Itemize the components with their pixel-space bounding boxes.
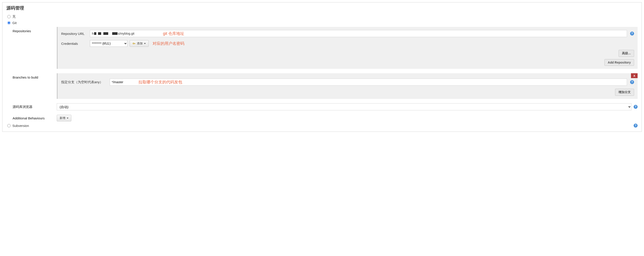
- radio-git[interactable]: [7, 21, 10, 24]
- behaviours-row: Additional Behaviours 新增: [12, 115, 638, 121]
- chevron-down-icon: [144, 43, 146, 44]
- redacted-segment: [98, 32, 101, 35]
- branch-specifier-input[interactable]: [110, 79, 627, 86]
- redacted-segment: [112, 32, 118, 35]
- key-icon: [132, 42, 136, 45]
- repo-browser-row: 源码库浏览器 (自动) ?: [12, 103, 638, 110]
- chevron-down-icon: [67, 118, 68, 119]
- branch-specifier-row: 指定分支（为空时代表any） 拉取哪个分支的代码发包 ?: [61, 79, 634, 86]
- repositories-label: Repositories: [12, 27, 57, 33]
- section-title: 源码管理: [6, 5, 638, 11]
- add-behaviour-button[interactable]: 新增: [57, 115, 71, 121]
- add-cred-label: 添加: [137, 41, 143, 45]
- repo-browser-select[interactable]: (自动): [57, 103, 632, 110]
- redacted-segment: [103, 32, 108, 35]
- branch-buttons-row: 增加分支: [61, 89, 634, 96]
- credentials-row: Credentials ******** (码云) 添加 对应的用户名密码: [61, 40, 634, 47]
- branch-specifier-label: 指定分支（为空时代表any）: [61, 80, 110, 84]
- repo-url-input[interactable]: h s/myblog.git git 仓库地址: [90, 30, 627, 37]
- repo-buttons-row: 高级...: [61, 50, 634, 57]
- delete-branch-button[interactable]: X: [631, 73, 638, 78]
- url-text-prefix: h: [92, 32, 94, 35]
- behaviours-label: Additional Behaviours: [12, 116, 57, 120]
- git-config-content: Repositories ? Repository URL h: [12, 27, 638, 121]
- add-behaviour-label: 新增: [60, 116, 65, 120]
- scm-section: 源码管理 无 Git Repositories ? Repository URL…: [2, 2, 642, 132]
- advanced-button[interactable]: 高级...: [618, 50, 634, 57]
- url-text-suffix: s/myblog.git: [118, 32, 134, 35]
- help-icon[interactable]: ?: [630, 80, 634, 84]
- repo-buttons-row-2: Add Repository: [61, 59, 634, 66]
- branches-panel: X 指定分支（为空时代表any） 拉取哪个分支的代码发包 ? 增加分支: [57, 73, 638, 99]
- help-icon[interactable]: ?: [634, 124, 638, 128]
- repositories-panel: Repository URL h s/my: [57, 27, 638, 69]
- scm-option-git[interactable]: Git: [7, 21, 638, 25]
- scm-option-none[interactable]: 无: [7, 14, 638, 19]
- repo-browser-label: 源码库浏览器: [12, 105, 57, 109]
- help-icon[interactable]: ?: [634, 105, 638, 109]
- repo-url-label: Repository URL: [61, 32, 90, 35]
- repositories-row: Repositories ? Repository URL h: [12, 27, 638, 69]
- scm-option-subversion-row: Subversion ?: [6, 124, 638, 128]
- add-branch-button[interactable]: 增加分支: [615, 89, 634, 96]
- radio-none-label: 无: [12, 14, 16, 19]
- radio-subversion[interactable]: [7, 124, 10, 127]
- svg-point-0: [133, 43, 134, 44]
- redacted-segment: [94, 32, 96, 35]
- repo-url-row: Repository URL h s/my: [61, 30, 634, 37]
- annotation-repo-url: git 仓库地址: [163, 31, 184, 36]
- radio-none[interactable]: [7, 15, 10, 18]
- annotation-credentials: 对应的用户名密码: [152, 41, 184, 46]
- help-icon[interactable]: ?: [630, 31, 634, 35]
- radio-subversion-label: Subversion: [12, 124, 29, 128]
- add-credentials-button[interactable]: 添加: [130, 40, 149, 47]
- radio-git-label: Git: [12, 21, 16, 25]
- scm-option-subversion[interactable]: Subversion: [7, 124, 29, 128]
- credentials-select[interactable]: ******** (码云): [90, 40, 128, 47]
- add-repository-button[interactable]: Add Repository: [604, 59, 634, 66]
- branches-row: Branches to build X 指定分支（为空时代表any） 拉取哪个分…: [12, 73, 638, 99]
- branches-label: Branches to build: [12, 73, 57, 79]
- credentials-label: Credentials: [61, 42, 90, 45]
